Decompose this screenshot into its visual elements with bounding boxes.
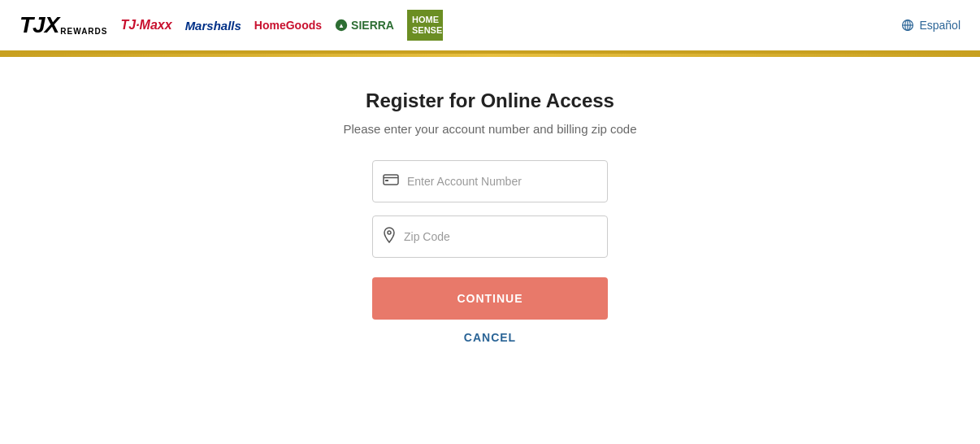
page-subtitle: Please enter your account number and bil… (343, 122, 636, 136)
homesense-logo[interactable]: HOME SENSE (407, 10, 443, 41)
sierra-icon: ▲ (335, 19, 348, 32)
language-selector[interactable]: Español (901, 19, 960, 32)
zip-code-wrapper (372, 215, 608, 258)
language-label: Español (919, 19, 960, 32)
cancel-button[interactable]: CANCEL (464, 331, 516, 344)
rewards-text: REWARDS (60, 27, 107, 36)
zip-code-input[interactable] (404, 230, 597, 243)
homegoods-logo[interactable]: HomeGoods (254, 19, 322, 32)
continue-button[interactable]: CONTINUE (372, 277, 608, 320)
globe-icon (901, 19, 914, 32)
tjmaxx-logo[interactable]: TJ·Maxx (120, 18, 171, 33)
svg-rect-8 (385, 180, 388, 181)
marshalls-logo[interactable]: Marshalls (185, 19, 241, 33)
account-number-input[interactable] (407, 175, 597, 188)
registration-form: CONTINUE CANCEL (0, 160, 980, 344)
card-icon (383, 174, 399, 189)
page-title: Register for Online Access (366, 89, 614, 112)
svg-point-9 (388, 231, 391, 234)
location-icon (383, 227, 396, 246)
tjx-text: TJX (20, 12, 59, 38)
site-header: TJX REWARDS TJ·Maxx Marshalls HomeGoods … (0, 0, 980, 54)
svg-text:▲: ▲ (338, 22, 345, 29)
sierra-logo[interactable]: ▲ SIERRA (335, 19, 394, 32)
tjx-rewards-logo[interactable]: TJX REWARDS (20, 12, 107, 38)
brand-logos: TJX REWARDS TJ·Maxx Marshalls HomeGoods … (20, 10, 443, 41)
main-content: Register for Online Access Please enter … (0, 57, 980, 344)
account-number-wrapper (372, 160, 608, 202)
